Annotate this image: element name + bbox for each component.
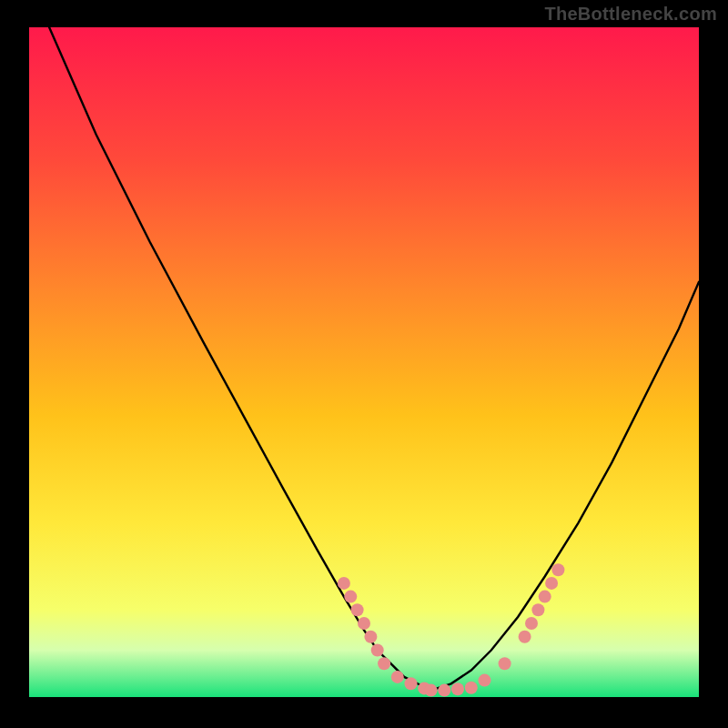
highlight-marker bbox=[531, 603, 544, 616]
bottleneck-chart bbox=[0, 0, 728, 728]
highlight-marker bbox=[425, 684, 438, 697]
highlight-marker bbox=[371, 644, 384, 657]
highlight-marker bbox=[519, 631, 531, 643]
highlight-marker bbox=[438, 684, 450, 697]
highlight-marker bbox=[391, 671, 404, 683]
highlight-marker bbox=[351, 603, 364, 616]
highlight-marker bbox=[551, 563, 564, 576]
highlight-marker bbox=[479, 674, 491, 687]
gradient-background bbox=[29, 27, 699, 697]
highlight-marker bbox=[358, 617, 370, 630]
highlight-marker bbox=[525, 617, 538, 630]
highlight-marker bbox=[545, 577, 558, 590]
highlight-marker bbox=[378, 657, 390, 670]
highlight-marker bbox=[499, 657, 511, 670]
highlight-marker bbox=[539, 591, 551, 603]
highlight-marker bbox=[451, 682, 464, 695]
chart-container: TheBottleneck.com bbox=[0, 0, 728, 728]
highlight-marker bbox=[338, 577, 350, 590]
highlight-marker bbox=[344, 591, 357, 603]
highlight-marker bbox=[364, 631, 377, 643]
highlight-marker bbox=[405, 677, 418, 690]
highlight-marker bbox=[465, 682, 478, 694]
